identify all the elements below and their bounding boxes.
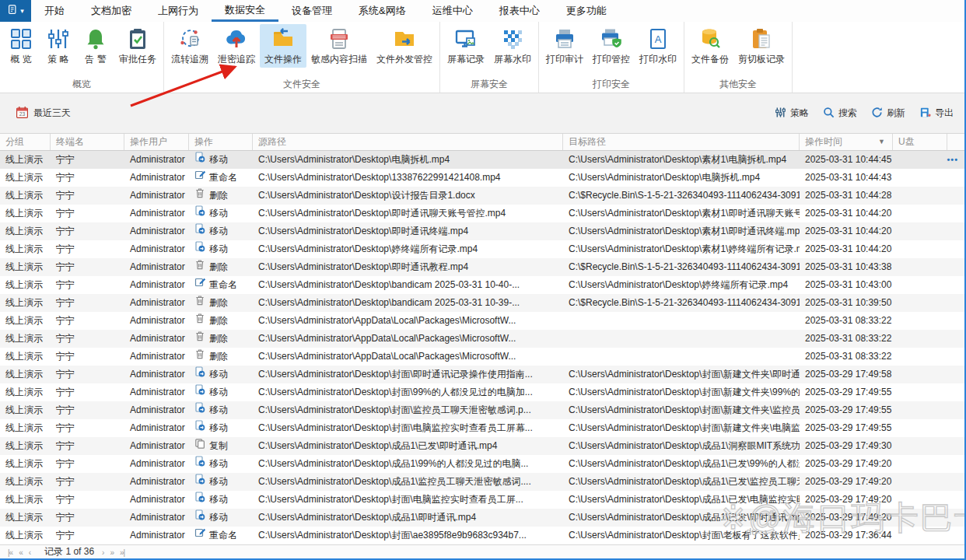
menu-tab-6[interactable]: 运维中心 (419, 0, 486, 22)
operation-cell: 移动 (189, 401, 253, 419)
terminal-cell: 宁宁 (51, 509, 124, 527)
user-cell: Administrator (124, 187, 189, 205)
column-header-3[interactable]: 操作 (189, 134, 253, 150)
menu-tab-5[interactable]: 系统&网络 (345, 0, 419, 22)
ribbon-button-file-operation-folder[interactable]: 文件操作 (260, 24, 306, 68)
next-page-button[interactable]: › (102, 548, 103, 557)
usb-cell (893, 312, 947, 330)
table-row[interactable]: 线上演示宁宁Administrator删除C:\Users\Administra… (0, 312, 964, 330)
record-count-label: 记录 1 of 36 (44, 545, 94, 558)
ribbon-button-outgoing-folder[interactable]: 文件外发管控 (372, 24, 437, 68)
time-cell: 2025-03-29 17:49:20 (800, 455, 893, 473)
column-header-0[interactable]: 分组 (0, 134, 51, 150)
ribbon-button-screen-monitor[interactable]: 屏幕记录 (443, 24, 489, 68)
group-cell: 线上演示 (0, 509, 51, 527)
delete-icon (194, 258, 205, 276)
table-row[interactable]: 线上演示宁宁Administrator移动C:\Users\Administra… (0, 222, 964, 240)
table-row[interactable]: 线上演示宁宁Administrator删除C:\Users\Administra… (0, 348, 964, 366)
operation-cell: 复制 (189, 437, 253, 455)
user-cell: Administrator (124, 348, 189, 366)
table-row[interactable]: 线上演示宁宁Administrator移动C:\Users\Administra… (0, 473, 964, 491)
table-row[interactable]: 线上演示宁宁Administrator移动C:\Users\Administra… (0, 366, 964, 383)
operation-label: 删除 (209, 258, 228, 276)
ribbon-button-overview-grid[interactable]: 概 览 (2, 24, 40, 68)
source-path-cell: C:\Users\Administrator\AppData\Local\Pac… (253, 312, 563, 330)
table-row[interactable]: 线上演示宁宁Administrator移动C:\Users\Administra… (0, 491, 964, 509)
app-menu-button[interactable]: ▾ (0, 0, 31, 22)
terminal-cell: 宁宁 (51, 151, 124, 169)
time-cell: 2025-03-31 10:44:28 (800, 187, 893, 205)
column-header-1[interactable]: 终端名 (51, 134, 124, 150)
table-row[interactable]: 线上演示宁宁Administrator移动C:\Users\Administra… (0, 205, 964, 222)
fast-prev-page-button[interactable]: « (19, 548, 23, 557)
ribbon-button-clipboard-record[interactable]: 剪切板记录 (733, 24, 789, 68)
table-row[interactable]: 线上演示宁宁Administrator重命名C:\Users\Administr… (0, 276, 964, 294)
table-row[interactable]: 线上演示宁宁Administrator删除C:\Users\Administra… (0, 187, 964, 205)
menu-tab-8[interactable]: 更多功能 (553, 0, 620, 22)
table-row[interactable]: 线上演示宁宁Administrator移动C:\Users\Administra… (0, 455, 964, 473)
ribbon-button-backup-database[interactable]: 文件备份 (687, 24, 733, 68)
column-header-6[interactable]: 操作时间▼ (800, 134, 893, 150)
table-row[interactable]: 线上演示宁宁Administrator移动C:\Users\Administra… (0, 419, 964, 437)
table-row[interactable]: 线上演示宁宁Administrator移动C:\Users\Administra… (0, 151, 964, 169)
operation-label: 删除 (209, 330, 228, 348)
terminal-cell: 宁宁 (51, 473, 124, 491)
table-row[interactable]: 线上演示宁宁Administrator移动C:\Users\Administra… (0, 401, 964, 419)
refresh-button[interactable]: 刷新 (871, 107, 905, 121)
menu-tab-4[interactable]: 设备管理 (278, 0, 345, 22)
export-button[interactable]: 导出 (919, 107, 954, 121)
table-row[interactable]: 线上演示宁宁Administrator移动C:\Users\Administra… (0, 240, 964, 258)
operation-label: 移动 (209, 383, 228, 401)
table-row[interactable]: 线上演示宁宁Administrator复制C:\Users\Administra… (0, 437, 964, 455)
menu-tab-3[interactable]: 数据安全 (212, 0, 278, 22)
table-row[interactable]: 线上演示宁宁Administrator删除C:\Users\Administra… (0, 258, 964, 276)
menu-tab-1[interactable]: 文档加密 (78, 0, 145, 22)
terminal-cell: 宁宁 (51, 491, 124, 509)
row-actions-menu[interactable]: ••• (947, 151, 958, 169)
ribbon-button-print-audit[interactable]: 打印审计 (541, 24, 588, 68)
search-button[interactable]: 搜索 (823, 107, 857, 121)
ribbon-button-label: 流转追溯 (171, 53, 208, 66)
ribbon-button-policy-sliders[interactable]: 策 略 (40, 24, 77, 68)
row-spacer (947, 383, 964, 401)
ribbon-button-watermark-mosaic[interactable]: 屏幕水印 (489, 24, 536, 68)
first-page-button[interactable]: |« (8, 548, 12, 557)
rename-icon (194, 276, 205, 294)
terminal-cell: 宁宁 (51, 258, 124, 276)
menu-tab-2[interactable]: 上网行为 (145, 0, 212, 22)
ribbon-button-alert-bell[interactable]: 告 警 (77, 24, 114, 68)
target-path-cell: C:\Users\Administrator\Desktop\素材1\婷终端所有… (563, 240, 800, 258)
fast-next-page-button[interactable]: » (110, 548, 114, 557)
user-cell: Administrator (124, 491, 189, 509)
table-row[interactable]: 线上演示宁宁Administrator移动C:\Users\Administra… (0, 383, 964, 401)
policy-small-button[interactable]: 策略 (775, 107, 809, 121)
target-path-cell: C:\Users\Administrator\Desktop\电脑拆机.mp4 (563, 169, 800, 187)
table-row[interactable]: 线上演示宁宁Administrator重命名C:\Users\Administr… (0, 169, 964, 187)
column-header-2[interactable]: 操作用户 (124, 134, 189, 150)
last-page-button[interactable]: »| (120, 548, 124, 557)
prev-page-button[interactable]: ‹ (29, 548, 30, 557)
ribbon-button-print-control[interactable]: 打印管控 (588, 24, 635, 68)
date-range-filter[interactable]: 23 最近三天 (16, 106, 71, 121)
table-row[interactable]: 线上演示宁宁Administrator移动C:\Users\Administra… (0, 509, 964, 527)
ribbon-button-trace-cycle[interactable]: 流转追溯 (166, 24, 213, 68)
ribbon-button-scan-document[interactable]: 敏感内容扫描 (306, 24, 372, 68)
ribbon-button-print-watermark[interactable]: A打印水印 (635, 24, 681, 68)
column-header-4[interactable]: 源路径 (253, 134, 563, 150)
operation-cell: 移动 (189, 455, 253, 473)
refresh-icon (871, 107, 883, 121)
ribbon-button-leak-cloud[interactable]: 泄密追踪 (213, 24, 260, 68)
print-control-icon (600, 27, 623, 51)
table-row[interactable]: 线上演示宁宁Administrator删除C:\Users\Administra… (0, 330, 964, 348)
user-cell: Administrator (124, 419, 189, 437)
menu-tab-0[interactable]: 开始 (31, 0, 78, 22)
row-spacer (947, 348, 964, 366)
column-header-5[interactable]: 目标路径 (563, 134, 800, 150)
column-header-7[interactable]: U盘 (893, 134, 947, 150)
table-row[interactable]: 线上演示宁宁Administrator删除C:\Users\Administra… (0, 294, 964, 312)
ribbon-button-approval-clipboard[interactable]: 审批任务 (114, 24, 161, 68)
target-path-cell: C:\Users\Administrator\Desktop\素材1\电脑拆机.… (563, 151, 800, 169)
table-row[interactable]: 线上演示宁宁Administrator重命名C:\Users\Administr… (0, 527, 964, 544)
sort-caret-icon[interactable]: ▼ (878, 134, 885, 150)
menu-tab-7[interactable]: 报表中心 (486, 0, 553, 22)
